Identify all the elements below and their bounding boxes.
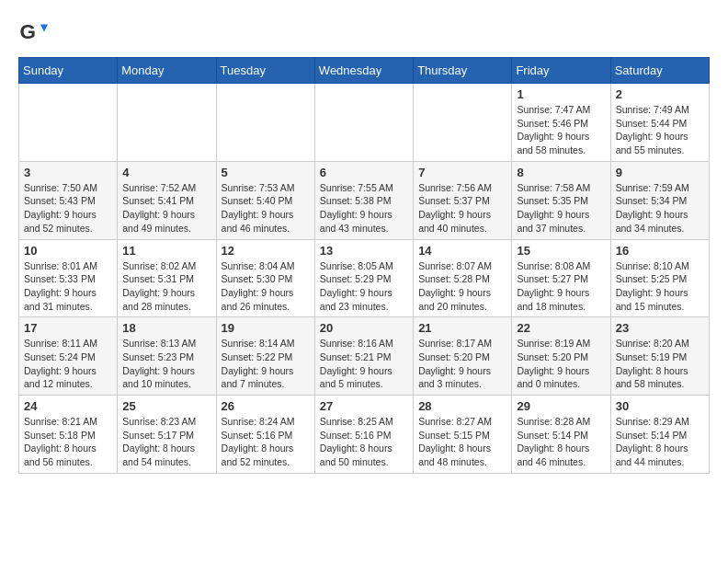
calendar-cell: 11Sunrise: 8:02 AM Sunset: 5:31 PM Dayli… [118, 239, 216, 317]
day-info: Sunrise: 8:14 AM Sunset: 5:22 PM Dayligh… [222, 337, 310, 391]
day-info: Sunrise: 7:59 AM Sunset: 5:34 PM Dayligh… [616, 181, 704, 236]
calendar-cell: 5Sunrise: 7:53 AM Sunset: 5:40 PM Daylig… [216, 161, 314, 239]
calendar-cell: 23Sunrise: 8:20 AM Sunset: 5:19 PM Dayli… [610, 317, 709, 396]
day-number: 12 [222, 244, 310, 258]
day-info: Sunrise: 7:56 AM Sunset: 5:37 PM Dayligh… [418, 181, 506, 236]
day-number: 20 [320, 321, 408, 335]
calendar-cell: 20Sunrise: 8:16 AM Sunset: 5:21 PM Dayli… [314, 317, 413, 396]
calendar-cell: 2Sunrise: 7:49 AM Sunset: 5:44 PM Daylig… [610, 84, 709, 162]
day-number: 7 [418, 166, 506, 179]
day-info: Sunrise: 8:10 AM Sunset: 5:25 PM Dayligh… [616, 259, 704, 314]
weekday-header: Thursday [414, 58, 512, 84]
calendar-cell: 7Sunrise: 7:56 AM Sunset: 5:37 PM Daylig… [414, 161, 512, 239]
day-info: Sunrise: 8:13 AM Sunset: 5:23 PM Dayligh… [122, 337, 210, 391]
calendar-cell: 24Sunrise: 8:21 AM Sunset: 5:18 PM Dayli… [19, 396, 118, 474]
calendar-cell: 27Sunrise: 8:25 AM Sunset: 5:16 PM Dayli… [314, 396, 413, 474]
calendar-week-row: 24Sunrise: 8:21 AM Sunset: 5:18 PM Dayli… [19, 396, 710, 474]
day-info: Sunrise: 8:17 AM Sunset: 5:20 PM Dayligh… [418, 337, 506, 391]
calendar-week-row: 1Sunrise: 7:47 AM Sunset: 5:46 PM Daylig… [19, 84, 710, 162]
day-number: 1 [517, 87, 605, 101]
calendar-cell [118, 84, 216, 162]
weekday-header: Friday [512, 58, 610, 84]
weekday-header: Saturday [610, 58, 709, 84]
day-number: 14 [418, 244, 506, 258]
day-info: Sunrise: 8:27 AM Sunset: 5:15 PM Dayligh… [418, 415, 506, 469]
day-info: Sunrise: 8:24 AM Sunset: 5:16 PM Dayligh… [222, 415, 310, 469]
calendar-cell: 30Sunrise: 8:29 AM Sunset: 5:14 PM Dayli… [610, 396, 709, 474]
day-number: 11 [122, 244, 210, 258]
header: G [18, 18, 710, 48]
calendar-cell: 8Sunrise: 7:58 AM Sunset: 5:35 PM Daylig… [512, 161, 610, 239]
calendar-cell [414, 84, 512, 162]
day-info: Sunrise: 8:05 AM Sunset: 5:29 PM Dayligh… [320, 259, 408, 314]
calendar-cell [216, 84, 314, 162]
day-info: Sunrise: 8:20 AM Sunset: 5:19 PM Dayligh… [616, 337, 704, 391]
day-number: 21 [418, 321, 506, 335]
calendar-cell: 22Sunrise: 8:19 AM Sunset: 5:20 PM Dayli… [512, 317, 610, 396]
day-info: Sunrise: 7:49 AM Sunset: 5:44 PM Dayligh… [616, 103, 704, 157]
day-number: 29 [517, 399, 605, 413]
day-info: Sunrise: 8:25 AM Sunset: 5:16 PM Dayligh… [320, 415, 408, 469]
day-number: 25 [122, 399, 210, 413]
day-number: 30 [616, 399, 704, 413]
day-info: Sunrise: 7:53 AM Sunset: 5:40 PM Dayligh… [222, 181, 310, 236]
calendar-cell: 25Sunrise: 8:23 AM Sunset: 5:17 PM Dayli… [118, 396, 216, 474]
calendar-cell: 21Sunrise: 8:17 AM Sunset: 5:20 PM Dayli… [414, 317, 512, 396]
calendar-cell: 10Sunrise: 8:01 AM Sunset: 5:33 PM Dayli… [19, 239, 118, 317]
day-info: Sunrise: 8:29 AM Sunset: 5:14 PM Dayligh… [616, 415, 704, 469]
day-info: Sunrise: 7:58 AM Sunset: 5:35 PM Dayligh… [517, 181, 605, 236]
day-info: Sunrise: 8:23 AM Sunset: 5:17 PM Dayligh… [122, 415, 210, 469]
calendar-week-row: 10Sunrise: 8:01 AM Sunset: 5:33 PM Dayli… [19, 239, 710, 317]
day-number: 13 [320, 244, 408, 258]
day-number: 6 [320, 166, 408, 179]
day-number: 18 [122, 321, 210, 335]
day-number: 27 [320, 399, 408, 413]
day-number: 2 [616, 87, 704, 101]
calendar-table: SundayMondayTuesdayWednesdayThursdayFrid… [18, 57, 710, 474]
day-number: 15 [517, 244, 605, 258]
day-number: 9 [616, 166, 704, 179]
calendar-header-row: SundayMondayTuesdayWednesdayThursdayFrid… [19, 58, 710, 84]
weekday-header: Tuesday [216, 58, 314, 84]
day-number: 17 [24, 321, 112, 335]
calendar-cell: 15Sunrise: 8:08 AM Sunset: 5:27 PM Dayli… [512, 239, 610, 317]
calendar-cell: 1Sunrise: 7:47 AM Sunset: 5:46 PM Daylig… [512, 84, 610, 162]
day-info: Sunrise: 8:02 AM Sunset: 5:31 PM Dayligh… [122, 259, 210, 314]
svg-marker-1 [40, 24, 48, 31]
calendar-week-row: 3Sunrise: 7:50 AM Sunset: 5:43 PM Daylig… [19, 161, 710, 239]
calendar-cell: 3Sunrise: 7:50 AM Sunset: 5:43 PM Daylig… [19, 161, 118, 239]
day-number: 19 [222, 321, 310, 335]
day-number: 24 [24, 399, 112, 413]
day-info: Sunrise: 7:55 AM Sunset: 5:38 PM Dayligh… [320, 181, 408, 236]
day-number: 26 [222, 399, 310, 413]
calendar-cell [314, 84, 413, 162]
weekday-header: Monday [118, 58, 216, 84]
day-info: Sunrise: 8:21 AM Sunset: 5:18 PM Dayligh… [24, 415, 112, 469]
calendar-cell: 19Sunrise: 8:14 AM Sunset: 5:22 PM Dayli… [216, 317, 314, 396]
day-info: Sunrise: 8:11 AM Sunset: 5:24 PM Dayligh… [24, 337, 112, 391]
svg-text:G: G [20, 20, 36, 43]
day-number: 16 [616, 244, 704, 258]
day-number: 28 [418, 399, 506, 413]
day-number: 22 [517, 321, 605, 335]
day-info: Sunrise: 7:50 AM Sunset: 5:43 PM Dayligh… [24, 181, 112, 236]
calendar-cell: 14Sunrise: 8:07 AM Sunset: 5:28 PM Dayli… [414, 239, 512, 317]
weekday-header: Sunday [19, 58, 118, 84]
calendar-cell: 16Sunrise: 8:10 AM Sunset: 5:25 PM Dayli… [610, 239, 709, 317]
day-number: 3 [24, 166, 112, 179]
calendar-cell: 13Sunrise: 8:05 AM Sunset: 5:29 PM Dayli… [314, 239, 413, 317]
day-info: Sunrise: 8:28 AM Sunset: 5:14 PM Dayligh… [517, 415, 605, 469]
calendar-cell: 29Sunrise: 8:28 AM Sunset: 5:14 PM Dayli… [512, 396, 610, 474]
calendar-cell: 9Sunrise: 7:59 AM Sunset: 5:34 PM Daylig… [610, 161, 709, 239]
weekday-header: Wednesday [314, 58, 413, 84]
calendar-cell: 18Sunrise: 8:13 AM Sunset: 5:23 PM Dayli… [118, 317, 216, 396]
logo-icon: G [18, 18, 48, 48]
day-info: Sunrise: 8:07 AM Sunset: 5:28 PM Dayligh… [418, 259, 506, 314]
calendar-cell: 26Sunrise: 8:24 AM Sunset: 5:16 PM Dayli… [216, 396, 314, 474]
calendar-cell: 17Sunrise: 8:11 AM Sunset: 5:24 PM Dayli… [19, 317, 118, 396]
day-info: Sunrise: 8:01 AM Sunset: 5:33 PM Dayligh… [24, 259, 112, 314]
day-info: Sunrise: 8:19 AM Sunset: 5:20 PM Dayligh… [517, 337, 605, 391]
calendar-cell: 12Sunrise: 8:04 AM Sunset: 5:30 PM Dayli… [216, 239, 314, 317]
calendar-cell: 4Sunrise: 7:52 AM Sunset: 5:41 PM Daylig… [118, 161, 216, 239]
day-number: 4 [122, 166, 210, 179]
